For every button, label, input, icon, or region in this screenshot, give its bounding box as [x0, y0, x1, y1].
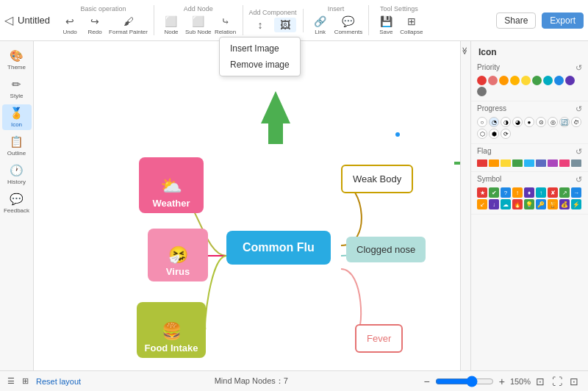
flag-2[interactable]: [489, 159, 499, 167]
progress-label: Progress: [477, 104, 506, 114]
symbol-13[interactable]: 🔥: [512, 199, 523, 209]
icon-panel-button[interactable]: 🏅 Icon: [2, 104, 32, 130]
export-button[interactable]: Export: [542, 12, 584, 29]
symbol-17[interactable]: 💰: [559, 199, 570, 209]
symbol-14[interactable]: 💡: [524, 199, 534, 209]
back-button[interactable]: ◁: [4, 13, 13, 27]
symbol-4[interactable]: !: [512, 187, 523, 198]
flag-4[interactable]: [512, 159, 523, 167]
symbol-6[interactable]: ↑: [536, 187, 546, 198]
priority-color-6[interactable]: [532, 76, 542, 85]
symbol-18[interactable]: ⚡: [571, 199, 581, 209]
fullscreen-button[interactable]: ⛶: [550, 376, 564, 387]
component-upload-button[interactable]: ↕: [249, 18, 271, 32]
symbol-reset-button[interactable]: ↺: [576, 175, 582, 184]
symbol-5[interactable]: ♦: [524, 187, 534, 198]
zoom-in-button[interactable]: +: [497, 376, 507, 387]
progress-icon-8[interactable]: 🔄: [559, 117, 570, 127]
fit-button[interactable]: ⊡: [534, 376, 547, 387]
priority-color-4[interactable]: [510, 76, 520, 85]
outline-icon: 📋: [10, 135, 24, 148]
progress-icon-7[interactable]: ◎: [548, 117, 558, 127]
reset-layout-button[interactable]: Reset layout: [36, 377, 81, 386]
symbol-16[interactable]: 🏆: [548, 199, 558, 209]
symbol-9[interactable]: →: [571, 187, 581, 198]
progress-icon-6[interactable]: ⊙: [536, 117, 546, 127]
symbol-7[interactable]: ✘: [548, 187, 558, 198]
redo-button[interactable]: ↪ Redo: [84, 14, 106, 35]
outline-panel-button[interactable]: 📋 Outline: [2, 133, 32, 159]
flag-5[interactable]: [524, 159, 534, 167]
collapse-button[interactable]: ⊞ Collapse: [400, 14, 423, 35]
remove-image-option[interactable]: Remove image: [220, 57, 300, 73]
progress-icon-4[interactable]: ◕: [512, 117, 523, 127]
format-painter-button[interactable]: 🖌 Format Painter: [109, 14, 148, 35]
theme-panel-button[interactable]: 🎨 Theme: [2, 47, 32, 73]
sub-node-icon: ⬜: [191, 14, 206, 29]
priority-color-3[interactable]: [499, 76, 509, 85]
zoom-out-button[interactable]: −: [422, 376, 432, 387]
progress-reset-button[interactable]: ↺: [576, 104, 582, 114]
page-icon-2[interactable]: ⊞: [22, 376, 29, 386]
collapse-label: Collapse: [400, 29, 423, 35]
panel-collapse-button[interactable]: ≫: [460, 41, 470, 370]
symbol-2[interactable]: ✔: [489, 187, 499, 198]
flag-3[interactable]: [501, 159, 511, 167]
style-panel-button[interactable]: ✏ Style: [2, 76, 32, 101]
flag-9[interactable]: [571, 159, 581, 167]
feedback-panel-button[interactable]: 💬 Feedback: [2, 190, 32, 216]
flag-1[interactable]: [477, 159, 487, 167]
save-button[interactable]: 💾 Save: [375, 14, 397, 35]
insert-image-option[interactable]: Insert Image: [220, 40, 300, 57]
weather-node[interactable]: ⛅ Weather: [139, 157, 204, 213]
progress-icon-3[interactable]: ◑: [501, 117, 511, 127]
priority-color-9[interactable]: [565, 76, 575, 85]
symbol-11[interactable]: ↓: [489, 199, 499, 209]
mind-map-canvas[interactable]: ⛅ Weather 🤧 Virus 🍔 Food Intake Common F…: [34, 41, 460, 370]
symbol-10[interactable]: ↙: [477, 199, 487, 209]
symbol-8[interactable]: ↗: [559, 187, 570, 198]
add-component-section: Add Component ↕ 🖼: [249, 9, 304, 32]
flag-8[interactable]: [559, 159, 570, 167]
central-node[interactable]: Common Flu: [226, 231, 331, 265]
priority-color-1[interactable]: [477, 76, 487, 85]
weak-body-node[interactable]: Weak Body: [341, 165, 413, 193]
add-node-icons: ⬜ Node ⬜ Sub Node ⤷ Relation: [160, 14, 237, 35]
progress-icon-5[interactable]: ●: [524, 117, 534, 127]
flag-6[interactable]: [536, 159, 546, 167]
flag-7[interactable]: [548, 159, 558, 167]
priority-reset-button[interactable]: ↺: [576, 63, 582, 73]
zoom-slider[interactable]: [435, 376, 494, 387]
priority-color-2[interactable]: [488, 76, 498, 85]
clogged-nose-node[interactable]: Clogged nose: [346, 237, 426, 262]
progress-icon-10[interactable]: ⬡: [477, 129, 487, 139]
minimize-button[interactable]: ⊡: [567, 376, 581, 387]
undo-button[interactable]: ↩ Undo: [59, 14, 81, 35]
symbol-1[interactable]: ★: [477, 187, 487, 198]
symbol-12[interactable]: ☁: [501, 199, 511, 209]
progress-icon-1[interactable]: ○: [477, 117, 487, 127]
progress-icon-2[interactable]: ◔: [489, 117, 499, 127]
virus-node[interactable]: 🤧 Virus: [148, 229, 208, 281]
progress-icon-9[interactable]: ⏱: [571, 117, 581, 127]
symbol-3[interactable]: ?: [501, 187, 511, 198]
food-intake-node[interactable]: 🍔 Food Intake: [137, 302, 206, 358]
sub-node-button[interactable]: ⬜ Sub Node: [185, 14, 212, 35]
link-button[interactable]: 🔗 Link: [309, 14, 331, 35]
progress-icon-11[interactable]: ⬢: [489, 129, 499, 139]
priority-color-10[interactable]: [477, 87, 487, 96]
symbol-15[interactable]: 🔑: [536, 199, 546, 209]
priority-color-5[interactable]: [521, 76, 531, 85]
share-button[interactable]: Share: [496, 12, 536, 29]
node-button[interactable]: ⬜ Node: [160, 14, 182, 35]
history-panel-button[interactable]: 🕐 History: [2, 162, 32, 187]
flag-reset-button[interactable]: ↺: [576, 147, 582, 157]
relation-button[interactable]: ⤷ Relation: [215, 14, 237, 35]
page-icon-1[interactable]: ☰: [7, 376, 15, 386]
component-image-button[interactable]: 🖼: [274, 18, 296, 32]
comments-button[interactable]: 💬 Comments: [334, 14, 363, 35]
progress-icon-12[interactable]: ⟳: [501, 129, 511, 139]
priority-color-8[interactable]: [554, 76, 564, 85]
priority-color-7[interactable]: [543, 76, 553, 85]
fever-node[interactable]: Fever: [355, 324, 403, 353]
